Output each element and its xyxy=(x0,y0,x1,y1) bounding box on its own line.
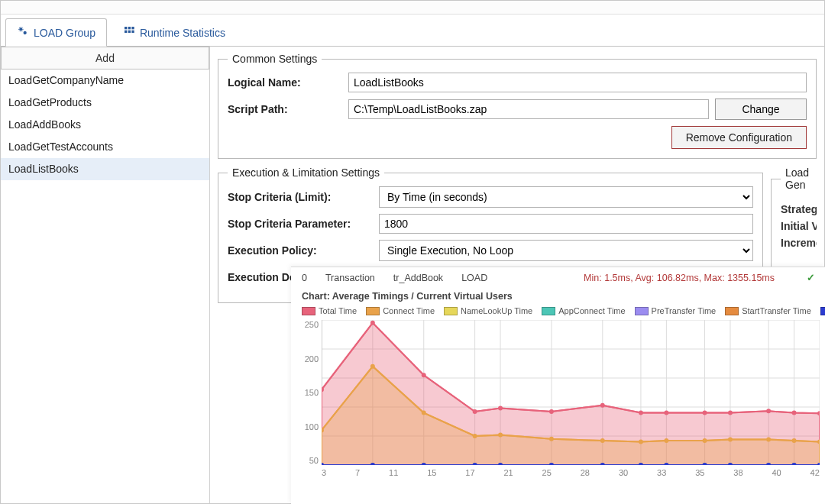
stop-criteria-select[interactable]: By Time (in seconds) xyxy=(379,186,753,208)
sidebar-item[interactable]: LoadGetProducts xyxy=(1,92,209,114)
svg-point-46 xyxy=(422,411,426,415)
add-button[interactable]: Add xyxy=(1,47,209,69)
svg-point-47 xyxy=(473,434,477,438)
svg-point-33 xyxy=(473,409,477,414)
svg-point-52 xyxy=(664,438,668,443)
exec-policy-label: Execution Policy: xyxy=(228,244,373,257)
svg-point-40 xyxy=(728,411,733,415)
legend-label: AppConnect Time xyxy=(558,306,625,315)
loadgen-label: Increme xyxy=(781,237,817,249)
legend-swatch-icon xyxy=(820,307,825,315)
legend-label: Total Time xyxy=(319,306,357,315)
svg-point-53 xyxy=(703,438,707,443)
y-tick: 150 xyxy=(299,388,319,397)
x-tick: 35 xyxy=(695,468,704,477)
svg-point-49 xyxy=(549,437,554,441)
stop-criteria-label: Stop Criteria (Limit): xyxy=(228,191,373,203)
chart-transaction-name: tr_AddBook xyxy=(393,273,443,283)
legend-swatch-icon xyxy=(542,307,555,315)
remove-configuration-button[interactable]: Remove Configuration xyxy=(671,126,807,149)
svg-point-48 xyxy=(498,432,503,437)
svg-point-56 xyxy=(792,438,797,443)
chart-info-row: 0 Transaction tr_AddBook LOAD Min: 1.5ms… xyxy=(297,270,820,288)
svg-point-51 xyxy=(639,440,643,444)
logical-name-input[interactable] xyxy=(348,73,807,92)
sidebar-list: LoadGetCompanyNameLoadGetProductsLoadAdd… xyxy=(1,69,209,503)
sidebar-item[interactable]: LoadListBooks xyxy=(1,158,209,180)
svg-point-42 xyxy=(792,411,797,415)
grid-icon xyxy=(123,25,135,40)
script-path-label: Script Path: xyxy=(228,103,342,115)
legend-swatch-icon xyxy=(635,307,649,315)
script-path-input[interactable] xyxy=(348,99,709,119)
sidebar-item[interactable]: LoadAddBooks xyxy=(1,114,209,136)
check-icon: ✓ xyxy=(807,272,815,283)
svg-point-41 xyxy=(766,409,771,413)
legend-label: StartTransfer Time xyxy=(742,306,811,315)
gears-icon xyxy=(17,25,29,40)
legend-item[interactable]: StartTransfer Time xyxy=(725,306,811,315)
toolbar xyxy=(1,1,824,15)
x-tick: 40 xyxy=(772,468,781,477)
exec-policy-select[interactable]: Single Execution, No Loop xyxy=(379,240,753,261)
sidebar-item[interactable]: LoadGetTestAccounts xyxy=(1,136,209,158)
legend-item[interactable]: Redirec xyxy=(820,306,825,315)
legend-label: NameLookUp Time xyxy=(461,306,532,315)
legend-swatch-icon xyxy=(302,307,315,315)
legend-item[interactable]: Total Time xyxy=(302,306,357,315)
svg-point-54 xyxy=(728,438,733,442)
group-legend: Execution & Limitation Settings xyxy=(228,166,384,179)
svg-point-45 xyxy=(370,364,375,369)
svg-point-31 xyxy=(370,321,375,325)
logical-name-label: Logical Name: xyxy=(228,76,342,89)
svg-point-50 xyxy=(600,438,605,443)
svg-rect-7 xyxy=(131,31,134,33)
x-tick: 25 xyxy=(542,468,552,477)
svg-point-1 xyxy=(24,31,27,34)
svg-point-38 xyxy=(664,411,668,415)
x-tick: 38 xyxy=(733,468,742,477)
svg-point-32 xyxy=(422,373,426,377)
legend-item[interactable]: AppConnect Time xyxy=(542,306,625,315)
x-tick: 42 xyxy=(810,468,820,477)
legend-item[interactable]: PreTransfer Time xyxy=(635,306,717,315)
sidebar-item[interactable]: LoadGetCompanyName xyxy=(1,69,209,92)
x-tick: 33 xyxy=(657,468,666,477)
legend-swatch-icon xyxy=(366,307,380,315)
x-tick: 17 xyxy=(465,468,474,477)
y-tick: 250 xyxy=(299,320,319,329)
x-tick: 21 xyxy=(503,468,513,477)
stop-param-input[interactable] xyxy=(379,214,753,234)
chart-legend: Total TimeConnect TimeNameLookUp TimeApp… xyxy=(297,305,820,320)
svg-point-36 xyxy=(600,403,605,408)
tab-load-group[interactable]: LOAD Group xyxy=(5,18,107,47)
y-tick: 100 xyxy=(299,422,319,431)
svg-rect-2 xyxy=(125,27,127,29)
stop-param-label: Stop Criteria Parameter: xyxy=(228,218,373,230)
x-tick: 3 xyxy=(322,468,326,477)
chart-index: 0 xyxy=(302,273,307,283)
svg-rect-5 xyxy=(125,31,127,33)
svg-rect-3 xyxy=(128,27,131,29)
tab-strip: LOAD Group Runtime Statistics xyxy=(1,15,824,47)
common-settings-group: Common Settings Logical Name: Script Pat… xyxy=(218,53,817,159)
legend-item[interactable]: Connect Time xyxy=(366,306,435,315)
legend-label: PreTransfer Time xyxy=(652,306,717,315)
svg-rect-6 xyxy=(128,31,131,33)
legend-item[interactable]: NameLookUp Time xyxy=(444,306,532,315)
chart-group: LOAD xyxy=(461,273,487,283)
legend-swatch-icon xyxy=(444,307,458,315)
legend-label: Connect Time xyxy=(383,306,435,315)
chart-type-label: Transaction xyxy=(325,273,375,283)
chart-plot: 25020015010050 3711151721252830333538404… xyxy=(322,320,820,480)
y-tick: 200 xyxy=(299,354,319,363)
legend-swatch-icon xyxy=(725,307,739,315)
tab-label: Runtime Statistics xyxy=(140,27,225,39)
change-button[interactable]: Change xyxy=(715,99,807,120)
x-tick: 28 xyxy=(581,468,590,477)
x-tick: 11 xyxy=(389,468,398,477)
tab-label: LOAD Group xyxy=(34,27,95,39)
tab-runtime-statistics[interactable]: Runtime Statistics xyxy=(112,18,237,46)
chart-stats: Min: 1.5ms, Avg: 106.82ms, Max: 1355.15m… xyxy=(584,273,775,283)
y-tick: 50 xyxy=(299,456,319,465)
